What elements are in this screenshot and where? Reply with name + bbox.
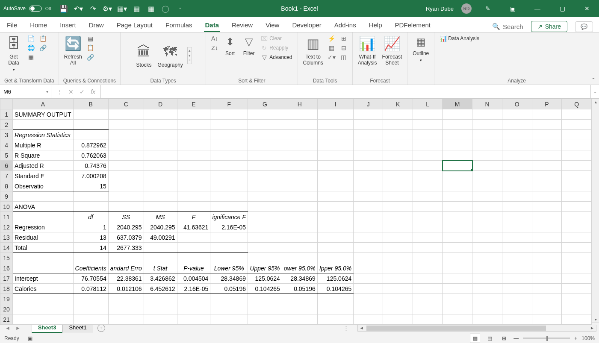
sort-za-button[interactable]: Z↓ xyxy=(210,44,219,52)
cell-C12[interactable]: 2040.295 xyxy=(108,222,144,232)
cell-O14[interactable] xyxy=(502,243,532,253)
column-header-G[interactable]: G xyxy=(248,99,282,109)
clear-button[interactable]: ⌧Clear xyxy=(260,34,293,43)
cell-M10[interactable] xyxy=(443,202,472,212)
cell-N17[interactable] xyxy=(472,273,502,284)
row-header-5[interactable]: 5 xyxy=(0,150,13,161)
cell-G11[interactable] xyxy=(248,212,282,222)
cell-O10[interactable] xyxy=(502,202,532,212)
cell-I21[interactable] xyxy=(317,314,354,325)
cell-H7[interactable] xyxy=(282,171,317,181)
cell-M15[interactable] xyxy=(443,253,472,263)
cell-L15[interactable] xyxy=(413,253,442,263)
tab-review[interactable]: Review xyxy=(231,18,254,32)
cell-C4[interactable] xyxy=(108,140,144,150)
cell-K8[interactable] xyxy=(383,181,413,191)
cell-E12[interactable]: 41.63621 xyxy=(177,222,210,232)
column-header-J[interactable]: J xyxy=(354,99,383,109)
cell-D8[interactable] xyxy=(144,181,177,191)
cell-P11[interactable] xyxy=(532,212,562,222)
cell-D18[interactable]: 6.452612 xyxy=(144,284,177,294)
cell-Q18[interactable] xyxy=(562,284,592,294)
cell-M20[interactable] xyxy=(443,304,472,314)
row-header-7[interactable]: 7 xyxy=(0,171,13,181)
cell-F6[interactable] xyxy=(210,161,248,171)
cell-K5[interactable] xyxy=(383,150,413,161)
cell-P19[interactable] xyxy=(532,294,562,304)
cell-G21[interactable] xyxy=(248,314,282,325)
cell-O1[interactable] xyxy=(502,109,532,120)
cell-D11[interactable]: MS xyxy=(144,212,177,222)
cell-N8[interactable] xyxy=(472,181,502,191)
cell-F3[interactable] xyxy=(210,130,248,140)
reapply-button[interactable]: ↻Reapply xyxy=(260,44,293,52)
whatif-button[interactable]: 📊 What-If Analysis xyxy=(357,34,378,67)
cell-F15[interactable] xyxy=(210,253,248,263)
cell-Q10[interactable] xyxy=(562,202,592,212)
column-header-L[interactable]: L xyxy=(413,99,442,109)
cell-O4[interactable] xyxy=(502,140,532,150)
cell-G1[interactable] xyxy=(248,109,282,120)
cell-F12[interactable]: 2.16E-05 xyxy=(210,222,248,232)
cell-H3[interactable] xyxy=(282,130,317,140)
cell-C17[interactable]: 22.38361 xyxy=(108,273,144,284)
cell-K4[interactable] xyxy=(383,140,413,150)
cell-F2[interactable] xyxy=(210,120,248,130)
cell-I20[interactable] xyxy=(317,304,354,314)
cell-Q8[interactable] xyxy=(562,181,592,191)
cell-K13[interactable] xyxy=(383,232,413,243)
cell-K9[interactable] xyxy=(383,191,413,202)
cell-E10[interactable] xyxy=(177,202,210,212)
cell-B7[interactable]: 7.000208 xyxy=(73,171,108,181)
cell-D10[interactable] xyxy=(144,202,177,212)
scroll-left-icon[interactable]: ◄ xyxy=(358,326,366,330)
cell-I10[interactable] xyxy=(317,202,354,212)
cell-P17[interactable] xyxy=(532,273,562,284)
cell-C10[interactable] xyxy=(108,202,144,212)
cell-O18[interactable] xyxy=(502,284,532,294)
cell-D9[interactable] xyxy=(144,191,177,202)
cell-Q16[interactable] xyxy=(562,263,592,273)
cell-E20[interactable] xyxy=(177,304,210,314)
cell-L19[interactable] xyxy=(413,294,442,304)
expand-icon[interactable]: ⁼ xyxy=(189,59,191,63)
sheet-split-icon[interactable]: ⋮ xyxy=(343,325,349,331)
cell-A8[interactable]: Observatio xyxy=(13,181,74,191)
cell-L3[interactable] xyxy=(413,130,442,140)
recent-button[interactable]: 📋 xyxy=(38,34,47,43)
cell-K15[interactable] xyxy=(383,253,413,263)
cell-N14[interactable] xyxy=(472,243,502,253)
cell-I1[interactable] xyxy=(317,109,354,120)
column-header-M[interactable]: M xyxy=(443,99,472,109)
cell-J14[interactable] xyxy=(354,243,383,253)
cell-B8[interactable]: 15 xyxy=(73,181,108,191)
cell-P9[interactable] xyxy=(532,191,562,202)
cell-N4[interactable] xyxy=(472,140,502,150)
tab-insert[interactable]: Insert xyxy=(59,18,77,32)
cell-N16[interactable] xyxy=(472,263,502,273)
cell-K16[interactable] xyxy=(383,263,413,273)
cell-L20[interactable] xyxy=(413,304,442,314)
qat-customize-icon[interactable]: ⁼ xyxy=(176,4,184,13)
cell-N5[interactable] xyxy=(472,150,502,161)
cell-A1[interactable]: SUMMARY OUTPUT xyxy=(13,109,74,120)
row-header-2[interactable]: 2 xyxy=(0,120,13,130)
save-icon[interactable]: 💾 xyxy=(59,4,68,13)
cell-J3[interactable] xyxy=(354,130,383,140)
row-header-21[interactable]: 21 xyxy=(0,314,13,325)
cell-B17[interactable]: 76.70554 xyxy=(73,273,108,284)
cell-G2[interactable] xyxy=(248,120,282,130)
cell-O20[interactable] xyxy=(502,304,532,314)
share-button[interactable]: ↗ Share xyxy=(531,21,567,32)
filter-button[interactable]: ▽ Filter xyxy=(241,34,257,57)
cell-P2[interactable] xyxy=(532,120,562,130)
cell-M17[interactable] xyxy=(443,273,472,284)
cell-M5[interactable] xyxy=(443,150,472,161)
cell-L5[interactable] xyxy=(413,150,442,161)
cell-H13[interactable] xyxy=(282,232,317,243)
row-header-14[interactable]: 14 xyxy=(0,243,13,253)
cell-Q2[interactable] xyxy=(562,120,592,130)
cell-J13[interactable] xyxy=(354,232,383,243)
cell-F19[interactable] xyxy=(210,294,248,304)
queries-button[interactable]: ▤ xyxy=(86,34,95,43)
